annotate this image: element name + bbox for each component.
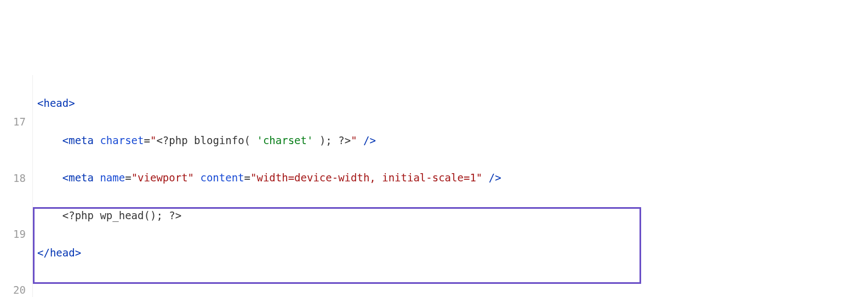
line-number-gutter: 17 18 19 20 21 22 23 24 25 26 27 28 29 3…: [0, 75, 33, 297]
php-open: <?php: [156, 134, 187, 146]
code-line[interactable]: <meta charset="<?php bloginfo( 'charset'…: [37, 131, 868, 150]
string: "width=device-width, initial-scale=1": [250, 172, 482, 184]
string: "viewport": [132, 172, 194, 184]
string: 'charset': [256, 134, 313, 146]
attr: content: [200, 172, 244, 184]
code-line[interactable]: </head>: [37, 243, 868, 262]
code-line[interactable]: <?php wp_head(); ?>: [37, 206, 868, 225]
tag: <head>: [37, 97, 75, 109]
php-close: ?>: [338, 134, 351, 146]
func: bloginfo: [194, 134, 244, 146]
code-line[interactable]: [37, 281, 868, 297]
tag: <meta: [62, 172, 94, 184]
line-number: 19: [0, 225, 26, 243]
line-number: 20: [0, 281, 26, 297]
code-editor[interactable]: 17 18 19 20 21 22 23 24 25 26 27 28 29 3…: [0, 75, 868, 297]
line-number: 17: [0, 112, 26, 131]
php-close: ?>: [169, 209, 181, 221]
php-open: <?php: [62, 209, 94, 221]
code-area[interactable]: <head> <meta charset="<?php bloginfo( 'c…: [33, 75, 868, 297]
attr: charset: [100, 134, 144, 146]
code-line[interactable]: <head>: [37, 94, 868, 112]
tag: <meta: [62, 134, 94, 146]
line-number: 18: [0, 169, 26, 187]
func: wp_head: [100, 209, 144, 221]
code-line[interactable]: <meta name="viewport" content="width=dev…: [37, 168, 868, 187]
attr: name: [100, 172, 125, 184]
tag: </head>: [37, 247, 81, 259]
